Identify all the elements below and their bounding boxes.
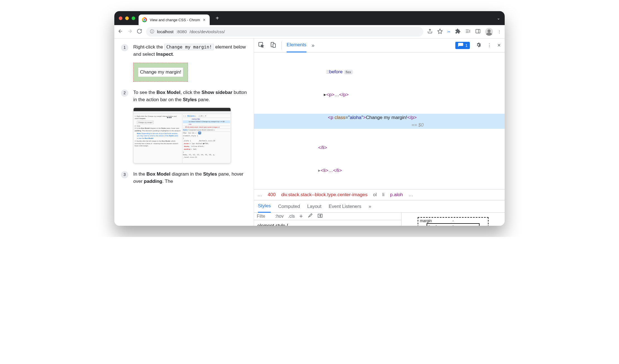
box-model-diagram[interactable]: margin ---- border 1111 padding 16161616…	[402, 213, 505, 226]
inspect-icon[interactable]	[258, 42, 265, 49]
tab-title: View and change CSS - Chrom	[150, 18, 200, 22]
devtools-panel: Elements » 1 ⋮ ✕ ::before flex ▸<p>…</p>…	[254, 38, 505, 226]
new-tab-button[interactable]: +	[213, 14, 221, 22]
close-window-button[interactable]	[119, 16, 122, 20]
plus-icon[interactable]: +	[299, 213, 303, 220]
url-port: :8080	[176, 29, 187, 34]
brush-icon[interactable]	[307, 213, 313, 220]
tab-styles[interactable]: Styles	[258, 200, 271, 213]
styles-filter-bar: :hov .cls +	[254, 213, 401, 220]
step-3: 3 In the Box Model diagram in the Styles…	[121, 171, 247, 185]
step-number: 2	[121, 89, 128, 97]
browser-window: View and change CSS - Chrom ✕ + ⌄ ⓘ loca…	[114, 11, 505, 226]
tab-strip: View and change CSS - Chrom ✕ + ⌄	[114, 11, 505, 25]
browser-tab[interactable]: View and change CSS - Chrom ✕	[139, 14, 210, 25]
code-inline: Change my margin!	[164, 44, 214, 50]
demo-element[interactable]: Change my margin!	[138, 67, 183, 77]
svg-rect-0	[476, 29, 480, 33]
chrome-icon	[142, 17, 147, 22]
hov-toggle[interactable]: :hov	[275, 214, 284, 219]
reload-button[interactable]	[137, 28, 142, 35]
share-icon[interactable]	[427, 28, 433, 35]
reading-list-icon[interactable]	[465, 28, 471, 35]
content-area: 1 Right-click the Change my margin! elem…	[114, 38, 505, 226]
side-panel-icon[interactable]	[475, 28, 481, 35]
styles-tabs: Styles Computed Layout Event Listeners »	[254, 200, 505, 213]
step-number: 1	[121, 44, 128, 51]
url-field[interactable]: ⓘ localhost:8080/docs/devtools/css/	[146, 27, 423, 37]
more-icon[interactable]: »	[369, 204, 371, 209]
close-tab-icon[interactable]: ✕	[203, 18, 206, 22]
issues-badge[interactable]: 1	[455, 42, 470, 49]
scissors-icon[interactable]: ✂	[447, 30, 451, 34]
star-icon[interactable]	[437, 28, 443, 35]
url-host: localhost	[157, 29, 173, 34]
tab-event-listeners[interactable]: Event Listeners	[329, 204, 361, 209]
tab-layout[interactable]: Layout	[307, 204, 321, 209]
tab-computed[interactable]: Computed	[278, 204, 300, 209]
cls-toggle[interactable]: .cls	[288, 214, 295, 219]
menu-icon[interactable]: ⋮	[497, 30, 501, 34]
devtools-toolbar: Elements » 1 ⋮ ✕	[254, 38, 505, 52]
gear-icon[interactable]	[475, 42, 482, 49]
step-2-text: To see the Box Model, click the Show sid…	[133, 89, 247, 104]
back-button[interactable]	[118, 28, 123, 35]
traffic-lights	[119, 16, 135, 20]
tab-elements[interactable]: Elements	[287, 38, 306, 52]
styles-pane: :hov .cls + element.style { } .aloha {_d…	[254, 213, 402, 226]
url-path: /docs/devtools/css/	[190, 29, 225, 34]
step-1: 1 Right-click the Change my margin! elem…	[121, 43, 247, 82]
extensions-icon[interactable]	[455, 28, 461, 35]
screenshot-thumbnail: 1 Right-click the Change my margin! elem…	[133, 108, 231, 163]
dom-selected-node[interactable]: <p class="aloha">Change my margin!</p> =…	[254, 114, 505, 129]
more-tabs-icon[interactable]: »	[311, 42, 315, 48]
sidebar-toggle-icon[interactable]	[317, 213, 323, 220]
address-bar: ⓘ localhost:8080/docs/devtools/css/ ✂ ⋮	[114, 25, 505, 38]
dom-tree[interactable]: ::before flex ▸<p>…</p> <p class="aloha"…	[254, 52, 505, 189]
device-icon[interactable]	[270, 42, 276, 49]
svg-rect-3	[273, 44, 275, 47]
chevron-down-icon[interactable]: ⌄	[497, 16, 500, 20]
info-icon[interactable]: ⓘ	[150, 29, 154, 34]
maximize-window-button[interactable]	[132, 16, 135, 20]
step-1-text: Right-click the Change my margin! elemen…	[133, 43, 247, 58]
menu-icon[interactable]: ⋮	[487, 43, 492, 48]
forward-button[interactable]	[127, 28, 133, 35]
minimize-window-button[interactable]	[125, 16, 129, 20]
profile-avatar[interactable]	[485, 28, 493, 36]
step-2: 2 To see the Box Model, click the Show s…	[121, 89, 247, 163]
close-icon[interactable]: ✕	[497, 43, 501, 48]
demo-element-wrapper: Change my margin!	[133, 63, 188, 82]
documentation-panel: 1 Right-click the Change my margin! elem…	[114, 38, 254, 226]
css-rules[interactable]: element.style { } .aloha {_devtools.scss…	[254, 220, 401, 226]
breadcrumb[interactable]: … 400 div.stack.stack--block.type.center…	[254, 189, 505, 200]
step-number: 3	[121, 171, 128, 178]
toolbar-right: ✂ ⋮	[427, 28, 501, 36]
filter-input[interactable]	[257, 214, 271, 219]
step-3-text: In the Box Model diagram in the Styles p…	[133, 171, 247, 185]
